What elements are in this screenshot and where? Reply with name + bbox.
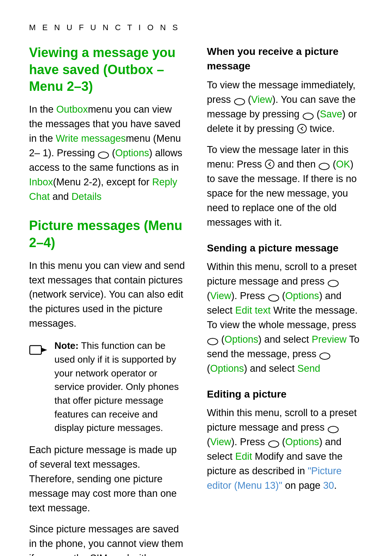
phone-btn-9 xyxy=(268,438,279,446)
view-link1: View xyxy=(251,94,272,105)
svg-point-8 xyxy=(328,280,338,287)
sending-title: Sending a picture message xyxy=(207,241,363,256)
editing-para1: Within this menu, scroll to a preset pic… xyxy=(207,406,363,493)
section1-para1: In the Outboxmenu you can view the messa… xyxy=(29,102,185,204)
write-messages-link: Write messages xyxy=(56,133,126,144)
note-icon xyxy=(29,341,48,359)
view-link2: View xyxy=(210,290,231,301)
phone-btn-8 xyxy=(327,423,339,431)
preview-link: Preview xyxy=(312,334,347,345)
options-link3: Options xyxy=(225,334,258,345)
details-link: Details xyxy=(72,191,102,202)
inbox-link: Inbox xyxy=(29,177,53,188)
receive-title: When you receive a picture message xyxy=(207,44,363,74)
svg-point-10 xyxy=(208,338,218,345)
phone-btn-3 xyxy=(318,160,330,168)
svg-point-0 xyxy=(98,152,109,158)
two-column-layout: Viewing a message you have saved (Outbox… xyxy=(29,44,363,556)
save-link: Save xyxy=(320,109,342,120)
page-container: M e n u f u n c t i o n s Viewing a mess… xyxy=(0,0,392,556)
svg-point-4 xyxy=(303,113,313,120)
phone-btn-7 xyxy=(319,350,331,358)
header-label: M e n u f u n c t i o n s xyxy=(29,22,363,33)
ok-link: OK xyxy=(336,159,350,170)
phone-btn-6 xyxy=(207,335,219,343)
options-link5: Options xyxy=(285,436,319,447)
send-link: Send xyxy=(297,363,320,374)
svg-point-6 xyxy=(265,160,274,169)
svg-point-12 xyxy=(328,426,338,433)
receive-para2: To view the message later in this menu: … xyxy=(207,143,363,230)
edit-text-link: Edit text xyxy=(235,305,271,316)
section2-para2: Each picture message is made up of sever… xyxy=(29,443,185,516)
note-box: Note: This function can be used only if … xyxy=(29,339,185,435)
section2-title: Picture messages (Menu 2–4) xyxy=(29,217,185,251)
note-text: Note: This function can be used only if … xyxy=(54,339,185,435)
svg-point-5 xyxy=(298,124,306,133)
section1-title: Viewing a message you have saved (Outbox… xyxy=(29,44,185,95)
phone-btn-5 xyxy=(268,292,279,300)
phone-btn-2 xyxy=(302,110,314,118)
note-bold: Note: xyxy=(54,340,78,351)
back-btn-2 xyxy=(265,159,275,169)
section2-intro: In this menu you can view and send text … xyxy=(29,259,185,331)
options-link2: Options xyxy=(285,290,319,301)
sending-para1: Within this menu, scroll to a preset pic… xyxy=(207,260,363,376)
picture-editor-link[interactable]: "Picture editor (Menu 13)" xyxy=(207,466,342,491)
svg-marker-2 xyxy=(41,348,47,352)
svg-point-13 xyxy=(269,441,279,447)
svg-point-7 xyxy=(319,163,329,170)
phone-btn-4 xyxy=(327,277,339,285)
back-btn-1 xyxy=(297,124,307,134)
phone-button-icon xyxy=(98,149,109,157)
options-link1: Options xyxy=(115,148,149,158)
section2-para3: Since picture messages are saved in the … xyxy=(29,522,185,556)
view-link3: View xyxy=(210,436,231,447)
svg-point-9 xyxy=(269,295,279,301)
outbox-link: Outbox xyxy=(56,104,88,115)
phone-btn-1 xyxy=(234,96,245,104)
receive-para1: To view the message immediately, press (… xyxy=(207,78,363,136)
svg-point-11 xyxy=(320,353,330,359)
edit-link: Edit xyxy=(235,451,252,462)
left-column: Viewing a message you have saved (Outbox… xyxy=(29,44,185,556)
right-column: When you receive a picture message To vi… xyxy=(207,44,363,556)
svg-rect-1 xyxy=(30,346,41,354)
options-link4: Options xyxy=(210,363,244,374)
svg-point-3 xyxy=(234,98,245,105)
page-number-link[interactable]: 30 xyxy=(323,480,334,491)
editing-title: Editing a picture xyxy=(207,387,363,402)
